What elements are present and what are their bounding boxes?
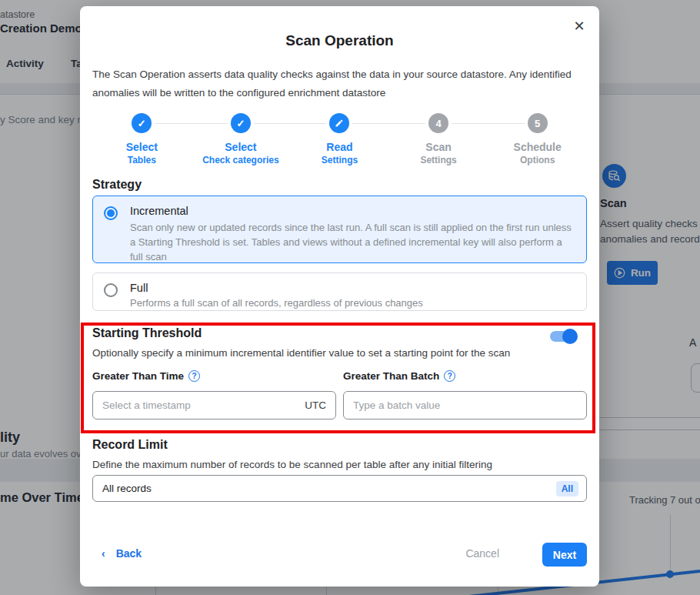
check-icon: ✓ bbox=[231, 113, 251, 133]
help-icon[interactable]: ? bbox=[188, 370, 200, 382]
option-description: Scan only new or updated records since t… bbox=[130, 221, 575, 265]
batch-field[interactable] bbox=[343, 391, 587, 420]
dialog-description: The Scan Operation asserts data quality … bbox=[92, 65, 587, 103]
record-limit-description: Define the maximum number of records to … bbox=[92, 459, 585, 470]
record-limit-input[interactable] bbox=[102, 483, 556, 494]
back-button[interactable]: ‹ Back bbox=[102, 547, 142, 560]
step-read-settings[interactable]: Read Settings bbox=[290, 113, 389, 165]
next-button[interactable]: Next bbox=[542, 543, 587, 567]
record-limit-heading: Record Limit bbox=[92, 438, 168, 452]
radio-unselected-icon[interactable] bbox=[104, 283, 118, 297]
option-label: Full bbox=[130, 282, 423, 294]
dialog-title: Scan Operation bbox=[80, 32, 599, 49]
utc-suffix: UTC bbox=[305, 399, 326, 411]
option-description: Performs a full scan of all records, reg… bbox=[130, 296, 423, 311]
strategy-option-full[interactable]: Full Performs a full scan of all records… bbox=[92, 272, 587, 311]
cancel-button[interactable]: Cancel bbox=[465, 547, 499, 560]
step-scan-settings[interactable]: 4 Scan Settings bbox=[389, 113, 488, 165]
option-label: Incremental bbox=[130, 205, 575, 217]
step-number: 4 bbox=[428, 113, 448, 133]
starting-threshold-description: Optionally specify a minimum incremental… bbox=[92, 347, 585, 359]
help-icon[interactable]: ? bbox=[444, 370, 455, 382]
chevron-left-icon: ‹ bbox=[102, 547, 105, 560]
record-limit-field[interactable]: All bbox=[92, 475, 587, 502]
batch-input[interactable] bbox=[353, 399, 577, 411]
step-select-check-categories[interactable]: ✓ Select Check categories bbox=[192, 113, 291, 165]
scan-operation-dialog: ✕ Scan Operation The Scan Operation asse… bbox=[80, 6, 599, 587]
screen: atastore Creation Demo Activity Tab y Sc… bbox=[0, 0, 700, 595]
step-schedule-options[interactable]: 5 Schedule Options bbox=[488, 113, 587, 165]
all-badge[interactable]: All bbox=[556, 481, 578, 496]
greater-than-batch-label: Greater Than Batch ? bbox=[343, 370, 455, 382]
starting-threshold-toggle[interactable] bbox=[550, 329, 578, 344]
strategy-heading: Strategy bbox=[92, 178, 142, 192]
pencil-icon bbox=[329, 113, 349, 133]
wizard-stepper: ✓ Select Tables ✓ Select Check categorie… bbox=[92, 113, 587, 165]
timestamp-field[interactable]: UTC bbox=[92, 391, 336, 420]
check-icon: ✓ bbox=[132, 113, 152, 133]
timestamp-input[interactable] bbox=[102, 399, 298, 411]
step-number: 5 bbox=[528, 113, 548, 133]
starting-threshold-heading: Starting Threshold bbox=[92, 326, 202, 340]
greater-than-time-label: Greater Than Time ? bbox=[92, 370, 200, 382]
radio-selected-icon[interactable] bbox=[104, 206, 118, 220]
strategy-option-incremental[interactable]: Incremental Scan only new or updated rec… bbox=[92, 196, 587, 263]
step-select-tables[interactable]: ✓ Select Tables bbox=[92, 113, 192, 165]
